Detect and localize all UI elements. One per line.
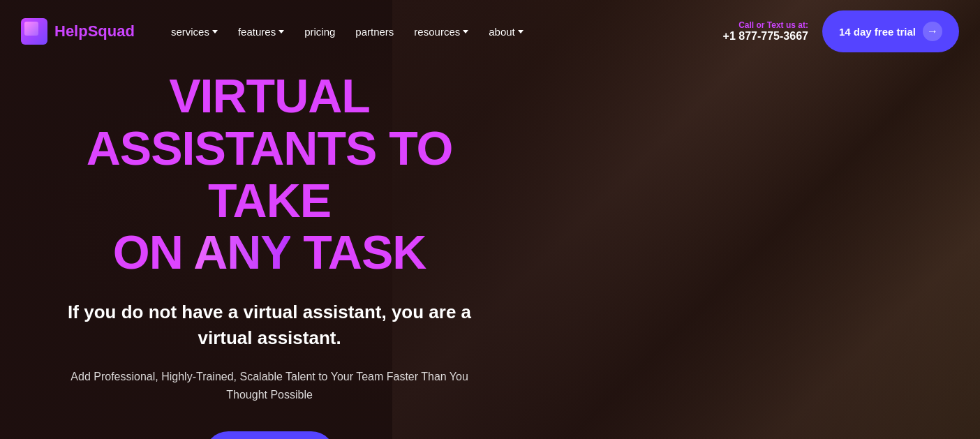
contact-label: Call or Text us at: [723,20,808,30]
hero-title-on: ON [113,225,193,278]
chevron-down-icon [212,30,218,34]
nav-services[interactable]: services [163,20,226,43]
logo[interactable]: HelpSquad [21,18,135,45]
trial-button-arrow-icon: → [923,22,942,41]
chevron-down-icon [518,30,524,34]
nav-about[interactable]: about [480,20,532,43]
logo-text-squad: Squad [88,22,135,40]
logo-text-help: Help [54,22,88,40]
hero-subtitle: If you do not have a virtual assistant, … [42,299,497,350]
hero-description: Add Professional, Highly-Trained, Scalab… [60,368,479,403]
contact-info: Call or Text us at: +1 877-775-3667 [723,20,808,43]
hero-title-any: ANY [193,225,290,278]
nav-features[interactable]: features [230,20,292,43]
nav-resources[interactable]: resources [406,20,477,43]
nav-pricing[interactable]: pricing [296,20,343,43]
hero-title-task: TASK [290,225,426,278]
hero-title: VIRTUAL ASSISTANTS TO TAKE ON ANY TASK [42,70,497,278]
hero-content: VIRTUAL ASSISTANTS TO TAKE ON ANY TASK I… [0,70,539,439]
logo-text: HelpSquad [54,22,135,40]
chevron-down-icon [279,30,284,34]
cta-free-trial-button[interactable]: free trial → [205,431,335,439]
hero-title-line1: VIRTUAL ASSISTANTS TO TAKE [87,69,453,227]
contact-phone[interactable]: +1 877-775-3667 [723,30,808,42]
nav-links: services features pricing partners resou… [163,20,723,43]
navbar: HelpSquad services features pricing part… [0,0,980,63]
logo-icon [21,18,47,45]
hero-title-line2: ON ANY TASK [113,225,426,278]
trial-button-label: 14 day free trial [839,26,916,38]
nav-partners[interactable]: partners [347,20,402,43]
chevron-down-icon [463,30,468,34]
nav-right: Call or Text us at: +1 877-775-3667 14 d… [723,10,959,52]
hero-section: HelpSquad services features pricing part… [0,0,980,439]
trial-button[interactable]: 14 day free trial → [822,10,959,52]
